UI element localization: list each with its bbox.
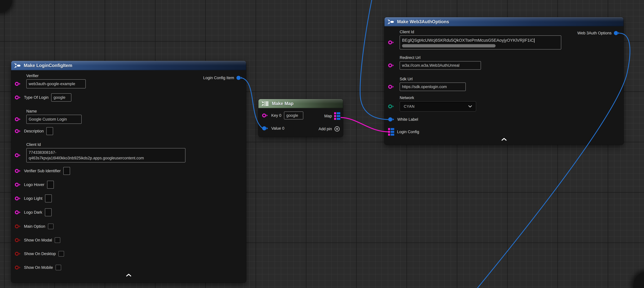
key0-input[interactable]: google: [284, 112, 303, 119]
pin-label: Verifier Sub Identifier: [24, 169, 61, 173]
node-make-web3auth-options[interactable]: Make Web3AuthOptions Web 3Auth Options C…: [384, 17, 624, 145]
show-on-mobile-checkbox[interactable]: [56, 265, 61, 270]
pin-label: Map: [324, 114, 332, 118]
logo-hover-input[interactable]: [47, 181, 54, 189]
string-pin[interactable]: [14, 81, 21, 87]
pin-label: Show On Desktop: [24, 251, 56, 256]
pin-row-show-on-modal: Show On Modal: [14, 236, 60, 244]
pin-label: Type Of Login: [24, 95, 48, 100]
pin-label: Name: [26, 109, 82, 114]
network-dropdown[interactable]: CYAN: [400, 101, 476, 112]
pin-label: Key 0: [271, 113, 281, 118]
pin-label: Redirect Url: [400, 55, 481, 60]
logo-light-input[interactable]: [45, 194, 52, 202]
string-pin[interactable]: [262, 113, 269, 118]
make-struct-icon: [388, 19, 394, 25]
string-pin[interactable]: [14, 95, 21, 100]
pin-row-logo-light: Logo Light: [14, 194, 52, 202]
string-pin[interactable]: [14, 129, 21, 134]
node-make-login-config-item[interactable]: Make LoginConfigItem Login Config Item V…: [11, 61, 246, 282]
client-id-line1: 774338308167-: [29, 150, 56, 155]
node-make-map[interactable]: Make Map Key 0 google Map Value 0: [258, 99, 343, 137]
pin-label: Sdk Url: [400, 77, 466, 81]
make-map-icon: [262, 101, 269, 107]
offscreen-node-bottom-right: [633, 271, 644, 288]
bool-pin[interactable]: [14, 237, 21, 243]
chevron-down-icon: [468, 105, 472, 108]
node-header-make-login-config-item[interactable]: Make LoginConfigItem: [11, 61, 246, 70]
text-cursor: [534, 38, 534, 43]
pin-row-web3auth-options-output[interactable]: Web 3Auth Options: [577, 29, 620, 37]
redirect-url-input[interactable]: w3a://com.w3a.Web3AuthUnreal: [400, 61, 481, 70]
bool-pin[interactable]: [14, 265, 21, 270]
type-of-login-input[interactable]: google: [51, 93, 71, 102]
pin-label: Value 0: [271, 126, 284, 131]
string-pin[interactable]: [388, 40, 395, 45]
client-id-input[interactable]: 774338308167- q463s7kpvja16l4l0kko3nb925…: [26, 148, 186, 162]
pin-row-login-config-item-output[interactable]: Login Config Item: [203, 74, 243, 82]
main-option-checkbox[interactable]: [48, 224, 54, 229]
pin-row-network: Network CYAN: [388, 95, 476, 112]
sdk-url-input[interactable]: https://sdk.openlogin.com: [400, 83, 466, 91]
collapse-chevron-icon[interactable]: [126, 273, 132, 277]
pin-row-logo-dark: Logo Dark: [14, 208, 52, 216]
string-pin[interactable]: [14, 168, 21, 174]
show-on-modal-checkbox[interactable]: [55, 237, 60, 243]
verifier-sub-identifier-input[interactable]: [63, 167, 70, 175]
pin-row-key0: Key 0 google: [262, 111, 303, 120]
struct-output-pin[interactable]: [236, 75, 243, 81]
bool-pin[interactable]: [14, 224, 21, 229]
pin-label: Logo Dark: [24, 210, 42, 215]
pin-label: Show On Modal: [24, 238, 52, 242]
struct-output-pin[interactable]: [614, 31, 620, 36]
horizontal-scrollbar[interactable]: [402, 44, 496, 47]
map-input-pin[interactable]: [388, 128, 394, 136]
string-pin[interactable]: [14, 153, 21, 158]
string-pin[interactable]: [14, 182, 21, 187]
pin-label: Network: [400, 95, 476, 100]
string-pin[interactable]: [388, 63, 395, 68]
add-pin-label: Add pin: [318, 127, 332, 131]
string-pin[interactable]: [14, 117, 21, 122]
pin-row-description: Description: [14, 127, 53, 135]
pin-row-show-on-mobile: Show On Mobile: [14, 263, 61, 271]
struct-pin-connected[interactable]: [388, 117, 395, 122]
pin-row-main-option: Main Option: [14, 222, 54, 230]
enum-pin[interactable]: [388, 104, 395, 109]
pin-label: Logo Hover: [24, 182, 44, 187]
add-pin-button[interactable]: Add pin: [318, 125, 340, 133]
pin-label: Login Config Item: [203, 76, 234, 80]
collapse-chevron-icon[interactable]: [501, 138, 507, 141]
string-pin[interactable]: [14, 210, 21, 215]
string-pin[interactable]: [14, 196, 21, 201]
node-header-make-map[interactable]: Make Map: [258, 99, 343, 108]
pin-row-verifier-sub-identifier: Verifier Sub Identifier: [14, 167, 70, 175]
pin-label: Client Id: [26, 142, 186, 147]
pin-row-map-output[interactable]: Map: [324, 112, 340, 120]
blueprint-graph-canvas[interactable]: Make LoginConfigItem Login Config Item V…: [0, 0, 644, 288]
show-on-desktop-checkbox[interactable]: [58, 251, 64, 256]
pin-row-login-config: Login Config: [388, 128, 419, 136]
name-input[interactable]: Google Custom Login: [26, 115, 82, 124]
logo-dark-input[interactable]: [45, 208, 52, 216]
pin-label: Verifier: [26, 74, 86, 78]
network-selected-value: CYAN: [404, 104, 414, 109]
pin-label: Client Id: [400, 30, 561, 34]
pin-label: Logo Light: [24, 196, 42, 201]
bool-pin[interactable]: [14, 251, 21, 256]
pin-row-white-label: White Label: [388, 115, 418, 124]
description-input[interactable]: [46, 127, 53, 135]
pin-row-name: Name Google Custom Login: [14, 109, 82, 124]
string-pin[interactable]: [388, 84, 395, 89]
pin-row-type-of-login: Type Of Login google: [14, 93, 71, 102]
pin-row-client-id: Client Id 774338308167- q463s7kpvja16l4l…: [14, 142, 186, 162]
pin-row-client-id: Client Id BEglQSgt4cUWcj6SKRdu5QkOXTsePm…: [388, 30, 561, 50]
client-id-text: BEglQSgt4cUWcj6SKRdu5QkOXTsePmMcusG5EAoy…: [402, 38, 534, 43]
struct-pin-connected[interactable]: [262, 126, 269, 131]
wire-map-to-login-config: [341, 118, 388, 132]
client-id-input[interactable]: BEglQSgt4cUWcj6SKRdu5QkOXTsePmMcusG5EAoy…: [400, 36, 561, 50]
pin-row-logo-hover: Logo Hover: [14, 181, 54, 189]
node-header-make-web3auth-options[interactable]: Make Web3AuthOptions: [384, 17, 624, 26]
verifier-input[interactable]: web3auth-google-example: [26, 79, 86, 88]
map-output-pin[interactable]: [334, 112, 340, 120]
